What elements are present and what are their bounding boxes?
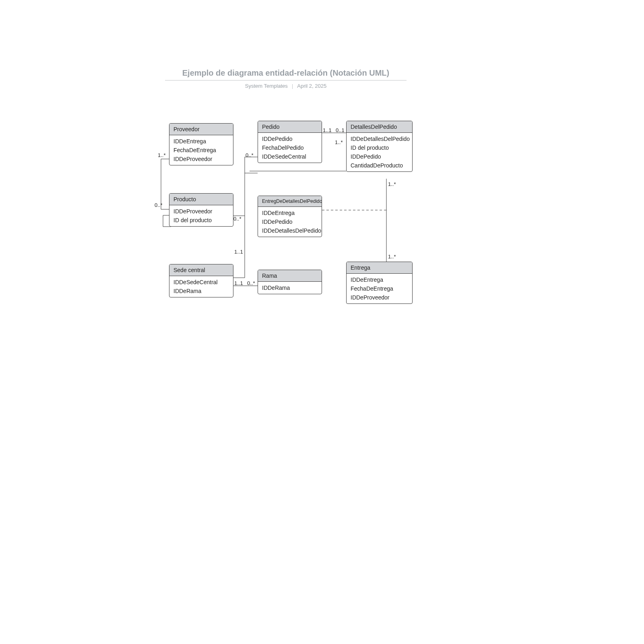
mult-label: 1..1 — [234, 249, 243, 255]
attr: ID del producto — [347, 143, 412, 152]
attr: IDDeEntrega — [347, 275, 412, 284]
attr: IDDeEntrega — [258, 208, 322, 217]
subtitle-left: System Templates — [245, 83, 288, 89]
entity-attrs: IDDeEntrega IDDePedido IDDeDetallesDelPe… — [258, 207, 322, 237]
title-rule — [165, 80, 407, 80]
attr: FechaDelPedido — [258, 143, 322, 152]
entity-entrega-detalles[interactable]: EntregDeDetallesDelPedido IDDeEntrega ID… — [258, 196, 322, 237]
entity-title: Sede central — [169, 264, 233, 276]
entity-producto[interactable]: Producto IDDeProveedor ID del producto — [169, 193, 233, 227]
attr: IDDeRama — [169, 287, 233, 295]
entity-entrega[interactable]: Entrega IDDeEntrega FechaDeEntrega IDDeP… — [346, 262, 413, 304]
entity-title: Producto — [169, 194, 233, 205]
entity-attrs: IDDeProveedor ID del producto — [169, 205, 233, 226]
mult-label: 0..* — [233, 216, 242, 222]
entity-title: Proveedor — [169, 124, 233, 135]
diagram-canvas: Ejemplo de diagrama entidad-relación (No… — [0, 0, 644, 644]
attr: IDDeProveedor — [169, 207, 233, 216]
attr: IDDeEntrega — [169, 137, 233, 146]
entity-detalles-del-pedido[interactable]: DetallesDelPedido IDDeDetallesDelPedido … — [346, 121, 413, 172]
entity-title: Rama — [258, 270, 322, 282]
attr: IDDeRama — [258, 283, 322, 292]
entity-proveedor[interactable]: Proveedor IDDeEntrega FechaDeEntrega IDD… — [169, 123, 233, 165]
mult-label: 1..1 — [234, 280, 243, 286]
entity-title: Pedido — [258, 121, 322, 133]
entity-attrs: IDDeEntrega FechaDeEntrega IDDeProveedor — [347, 274, 412, 303]
attr: IDDeSedeCentral — [169, 278, 233, 287]
attr: FechaDeEntrega — [169, 146, 233, 155]
mult-label: 1..* — [335, 139, 343, 145]
attr: IDDeDetallesDelPedido — [347, 134, 412, 143]
attr: IDDeDetallesDelPedido — [258, 226, 322, 235]
attr: FechaDeEntrega — [347, 284, 412, 293]
entity-attrs: IDDeSedeCentral IDDeRama — [169, 276, 233, 297]
diagram-header: Ejemplo de diagrama entidad-relación (No… — [165, 68, 407, 89]
entity-title: Entrega — [347, 262, 412, 274]
mult-label: 1..* — [388, 254, 396, 260]
entity-sede-central[interactable]: Sede central IDDeSedeCentral IDDeRama — [169, 264, 233, 297]
entity-attrs: IDDeDetallesDelPedido ID del producto ID… — [347, 133, 412, 171]
attr: IDDePedido — [258, 217, 322, 226]
attr: CantidadDeProducto — [347, 161, 412, 170]
mult-label: 0..* — [247, 280, 255, 286]
mult-label: 0..* — [155, 202, 163, 208]
attr: ID del producto — [169, 216, 233, 225]
attr: IDDePedido — [258, 134, 322, 143]
mult-label: 0..1 — [336, 127, 345, 133]
subtitle-right: April 2, 2025 — [297, 83, 326, 89]
connectors — [0, 0, 644, 644]
entity-title: DetallesDelPedido — [347, 121, 412, 133]
attr: IDDeSedeCentral — [258, 152, 322, 161]
mult-label: 0..* — [246, 152, 254, 158]
entity-attrs: IDDeEntrega FechaDeEntrega IDDeProveedor — [169, 135, 233, 165]
attr: IDDeProveedor — [169, 155, 233, 163]
mult-label: 1..* — [388, 181, 396, 187]
mult-label: 1..1 — [323, 127, 332, 133]
diagram-subtitle: System Templates April 2, 2025 — [165, 83, 407, 89]
subtitle-separator — [292, 84, 293, 89]
entity-attrs: IDDePedido FechaDelPedido IDDeSedeCentra… — [258, 133, 322, 163]
entity-attrs: IDDeRama — [258, 282, 322, 294]
entity-pedido[interactable]: Pedido IDDePedido FechaDelPedido IDDeSed… — [258, 121, 322, 163]
attr: IDDeProveedor — [347, 293, 412, 302]
entity-rama[interactable]: Rama IDDeRama — [258, 270, 322, 294]
attr: IDDePedido — [347, 152, 412, 161]
diagram-title: Ejemplo de diagrama entidad-relación (No… — [165, 68, 407, 80]
mult-label: 1..* — [158, 152, 166, 158]
entity-title: EntregDeDetallesDelPedido — [258, 196, 322, 207]
